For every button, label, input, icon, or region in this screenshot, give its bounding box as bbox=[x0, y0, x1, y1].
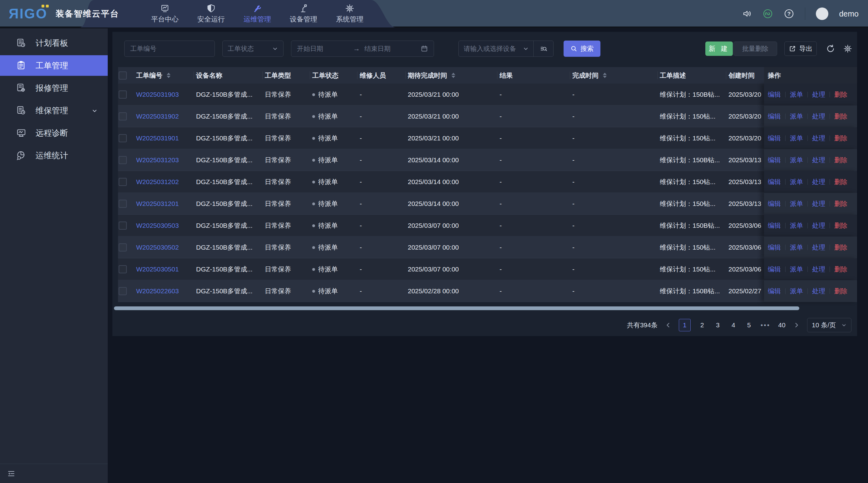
sidebar-item-repairs[interactable]: 报修管理 bbox=[0, 78, 108, 98]
delete-link[interactable]: 删除 bbox=[834, 221, 847, 230]
edit-link[interactable]: 编辑 bbox=[768, 287, 781, 295]
edit-link[interactable]: 编辑 bbox=[768, 134, 781, 142]
next-page-icon[interactable] bbox=[794, 322, 800, 328]
page-button-2[interactable]: 2 bbox=[698, 321, 706, 329]
page-button-4[interactable]: 4 bbox=[730, 321, 738, 329]
dispatch-link[interactable]: 派单 bbox=[790, 265, 803, 273]
row-checkbox[interactable] bbox=[119, 265, 127, 273]
dispatch-link[interactable]: 派单 bbox=[790, 243, 803, 252]
handle-link[interactable]: 处理 bbox=[812, 243, 825, 252]
delete-link[interactable]: 删除 bbox=[834, 178, 847, 186]
edit-link[interactable]: 编辑 bbox=[768, 243, 781, 252]
handle-link[interactable]: 处理 bbox=[812, 265, 825, 273]
sidebar-item-maintenance[interactable]: 维保管理 bbox=[0, 100, 108, 121]
settings-gear-icon[interactable] bbox=[843, 44, 852, 53]
date-range-picker[interactable]: 开始日期 → 结束日期 bbox=[291, 40, 434, 57]
delete-link[interactable]: 删除 bbox=[834, 156, 847, 164]
row-checkbox[interactable] bbox=[119, 244, 127, 252]
order-id-link[interactable]: W2025031202 bbox=[136, 178, 179, 185]
row-checkbox[interactable] bbox=[119, 200, 127, 208]
order-status-select[interactable]: 工单状态 bbox=[222, 40, 283, 57]
page-button-3[interactable]: 3 bbox=[714, 321, 722, 329]
order-no-input[interactable]: 工单编号 bbox=[124, 40, 215, 57]
avatar[interactable] bbox=[816, 7, 828, 20]
edit-link[interactable]: 编辑 bbox=[768, 90, 781, 99]
sort-control[interactable] bbox=[452, 73, 455, 78]
table-row[interactable]: W2025031901 DGZ-150B多管成... 日常保养 待派单 - 20… bbox=[118, 127, 857, 149]
page-button-1[interactable]: 1 bbox=[679, 319, 691, 331]
sort-control[interactable] bbox=[167, 73, 170, 78]
delete-link[interactable]: 删除 bbox=[834, 199, 847, 208]
volume-icon[interactable] bbox=[742, 9, 752, 19]
export-button[interactable]: 导出 bbox=[784, 41, 817, 56]
order-id-link[interactable]: W2025031902 bbox=[136, 112, 179, 120]
edit-link[interactable]: 编辑 bbox=[768, 112, 781, 121]
handle-link[interactable]: 处理 bbox=[812, 112, 825, 121]
delete-link[interactable]: 删除 bbox=[834, 243, 847, 252]
delete-link[interactable]: 删除 bbox=[834, 112, 847, 121]
edit-link[interactable]: 编辑 bbox=[768, 156, 781, 164]
create-button[interactable]: 新 建 bbox=[705, 41, 733, 56]
sidebar-item-remote-diagnosis[interactable]: 远程诊断 bbox=[0, 123, 108, 143]
sort-control[interactable] bbox=[603, 73, 607, 78]
row-checkbox[interactable] bbox=[119, 222, 127, 230]
edit-link[interactable]: 编辑 bbox=[768, 221, 781, 230]
edit-link[interactable]: 编辑 bbox=[768, 265, 781, 273]
dispatch-link[interactable]: 派单 bbox=[790, 134, 803, 142]
batch-delete-button[interactable]: 批量删除 bbox=[734, 41, 777, 56]
delete-link[interactable]: 删除 bbox=[834, 90, 847, 99]
sidebar-item-work-orders[interactable]: 工单管理 bbox=[0, 55, 108, 76]
delete-link[interactable]: 删除 bbox=[834, 134, 847, 142]
table-row[interactable]: W2025031202 DGZ-150B多管成... 日常保养 待派单 - 20… bbox=[118, 171, 857, 193]
handle-link[interactable]: 处理 bbox=[812, 221, 825, 230]
table-row[interactable]: W2025030503 DGZ-150B多管成... 日常保养 待派单 - 20… bbox=[118, 215, 857, 236]
nav-item-ops[interactable]: 运维管理 bbox=[242, 4, 272, 24]
connection-icon[interactable] bbox=[763, 8, 773, 19]
order-id-link[interactable]: W2025022603 bbox=[136, 287, 179, 294]
row-checkbox[interactable] bbox=[119, 156, 127, 164]
handle-link[interactable]: 处理 bbox=[812, 287, 825, 295]
table-row[interactable]: W2025030501 DGZ-150B多管成... 日常保养 待派单 - 20… bbox=[118, 258, 857, 280]
row-checkbox[interactable] bbox=[119, 134, 127, 142]
device-select[interactable]: 请输入或选择设备 bbox=[459, 44, 533, 53]
delete-link[interactable]: 删除 bbox=[834, 265, 847, 273]
row-checkbox[interactable] bbox=[119, 178, 127, 186]
select-all-checkbox[interactable] bbox=[119, 71, 127, 79]
table-row[interactable]: W2025031903 DGZ-150B多管成... 日常保养 待派单 - 20… bbox=[118, 84, 857, 105]
prev-page-icon[interactable] bbox=[665, 322, 671, 328]
handle-link[interactable]: 处理 bbox=[812, 178, 825, 186]
collapse-sidebar-icon[interactable] bbox=[7, 469, 16, 478]
dispatch-link[interactable]: 派单 bbox=[790, 112, 803, 121]
table-row[interactable]: W2025022603 DGZ-150B多管成... 日常保养 待派单 - 20… bbox=[118, 280, 857, 302]
table-row[interactable]: W2025031902 DGZ-150B多管成... 日常保养 待派单 - 20… bbox=[118, 105, 857, 127]
order-id-link[interactable]: W2025030503 bbox=[136, 222, 179, 229]
page-size-select[interactable]: 10 条/页 bbox=[807, 318, 851, 332]
order-id-link[interactable]: W2025031203 bbox=[136, 156, 179, 163]
dispatch-link[interactable]: 派单 bbox=[790, 156, 803, 164]
table-row[interactable]: W2025031201 DGZ-150B多管成... 日常保养 待派单 - 20… bbox=[118, 193, 857, 215]
edit-link[interactable]: 编辑 bbox=[768, 199, 781, 208]
dispatch-link[interactable]: 派单 bbox=[790, 199, 803, 208]
dispatch-link[interactable]: 派单 bbox=[790, 221, 803, 230]
order-id-link[interactable]: W2025030502 bbox=[136, 244, 179, 251]
page-button-40[interactable]: 40 bbox=[778, 321, 786, 329]
search-button[interactable]: 搜索 bbox=[564, 40, 600, 57]
row-checkbox[interactable] bbox=[119, 91, 127, 99]
dispatch-link[interactable]: 派单 bbox=[790, 178, 803, 186]
delete-link[interactable]: 删除 bbox=[834, 287, 847, 295]
more-pages-ellipsis[interactable]: ••• bbox=[761, 321, 770, 329]
row-checkbox[interactable] bbox=[119, 287, 127, 295]
nav-item-devices[interactable]: 设备管理 bbox=[288, 4, 318, 24]
order-id-link[interactable]: W2025031201 bbox=[136, 200, 179, 207]
device-tree-search-button[interactable] bbox=[533, 40, 553, 57]
sidebar-item-plan-board[interactable]: 计划看板 bbox=[0, 33, 108, 53]
nav-item-safety[interactable]: 安全运行 bbox=[196, 4, 226, 24]
handle-link[interactable]: 处理 bbox=[812, 134, 825, 142]
table-row[interactable]: W2025030502 DGZ-150B多管成... 日常保养 待派单 - 20… bbox=[118, 236, 857, 258]
horizontal-scrollbar[interactable] bbox=[114, 307, 799, 310]
page-button-5[interactable]: 5 bbox=[745, 321, 753, 329]
dispatch-link[interactable]: 派单 bbox=[790, 287, 803, 295]
table-row[interactable]: W2025031203 DGZ-150B多管成... 日常保养 待派单 - 20… bbox=[118, 149, 857, 171]
refresh-icon[interactable] bbox=[826, 44, 835, 53]
handle-link[interactable]: 处理 bbox=[812, 156, 825, 164]
